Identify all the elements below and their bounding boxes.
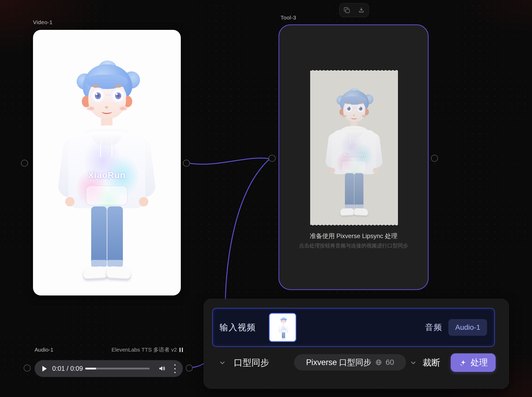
- lipsync-tool-panel: 输入视频 XiaoRun 音频: [204, 299, 509, 389]
- model-selector[interactable]: Pixverse 口型同步 60: [294, 354, 406, 371]
- process-button-label: 处理: [471, 357, 488, 368]
- audio1-player[interactable]: 0:01 / 0:09: [35, 360, 183, 377]
- pause-icon[interactable]: [179, 348, 183, 352]
- kebab-menu-icon[interactable]: [173, 364, 176, 373]
- tool3-node[interactable]: XiaoRun 准备使用 Pixverse Lipsync 处理 点击处理按钮将…: [278, 24, 429, 290]
- hoodie-text: XiaoRun: [68, 170, 145, 180]
- edge-video1-to-tool3: [190, 158, 269, 164]
- tool3-status-subtitle: 点击处理按钮将音频与连接的视频进行口型同步: [279, 242, 428, 249]
- canvas-toolbar: [339, 3, 369, 17]
- hoodie-text: XiaoRun: [331, 152, 376, 158]
- model-name: Pixverse 口型同步: [306, 357, 371, 368]
- character-illustration-preview: XiaoRun: [311, 70, 398, 225]
- character-illustration: XiaoRun: [33, 30, 181, 295]
- input-video-thumbnail[interactable]: XiaoRun: [269, 313, 296, 342]
- trim-section-label[interactable]: 裁断: [423, 357, 440, 369]
- audio1-source: ElevenLabs TTS 多语者 v2: [111, 346, 183, 353]
- process-button[interactable]: 处理: [451, 353, 496, 372]
- audio1-source-label: ElevenLabs TTS 多语者 v2: [111, 346, 177, 353]
- copy-button[interactable]: [343, 7, 350, 14]
- hoodie-text: XiaoRun: [280, 329, 287, 330]
- port-tool3-input[interactable]: [269, 155, 276, 162]
- globe-icon: [375, 359, 382, 366]
- lipsync-section-chevron-down-icon[interactable]: [219, 359, 226, 366]
- tool3-status-title: 准备使用 Pixverse Lipsync 处理: [279, 232, 428, 240]
- port-video1-output[interactable]: [183, 160, 190, 167]
- download-button[interactable]: [358, 7, 365, 14]
- character-illustration-thumb: XiaoRun: [276, 314, 296, 342]
- play-icon[interactable]: [42, 366, 47, 372]
- audio1-node-header: Audio-1 ElevenLabs TTS 多语者 v2: [35, 346, 183, 353]
- audio-source-badge-label: Audio-1: [455, 323, 480, 332]
- trim-section-chevron-down-icon[interactable]: [410, 359, 417, 366]
- player-time: 0:01 / 0:09: [52, 365, 83, 372]
- audio1-node-label: Audio-1: [35, 347, 53, 353]
- tool3-node-label: Tool-3: [281, 15, 296, 21]
- lipsync-section-label[interactable]: 口型同步: [234, 357, 269, 369]
- sparkles-icon: [459, 359, 467, 367]
- model-credits: 60: [386, 358, 394, 367]
- player-progress-track[interactable]: [85, 368, 150, 369]
- port-video1-input[interactable]: [21, 160, 28, 167]
- copy-icon: [344, 7, 350, 13]
- download-icon: [358, 7, 365, 14]
- tool3-video-preview: XiaoRun: [310, 70, 398, 225]
- video1-node[interactable]: XiaoRun: [33, 30, 181, 295]
- input-video-label: 输入视频: [220, 322, 256, 333]
- input-video-row: 输入视频 XiaoRun 音频: [212, 308, 495, 347]
- audio-field-label: 音频: [425, 322, 442, 333]
- port-tool3-output[interactable]: [431, 155, 438, 162]
- panel-controls-row: 口型同步 Pixverse 口型同步 60 裁断: [204, 353, 509, 374]
- node-canvas[interactable]: Video-1 XiaoRun Tool-3: [0, 0, 532, 397]
- port-audio1-output[interactable]: [186, 365, 193, 372]
- volume-icon[interactable]: [158, 365, 166, 372]
- port-audio1-input[interactable]: [24, 365, 31, 372]
- video1-node-label: Video-1: [33, 19, 53, 25]
- player-progress-fill: [85, 368, 96, 369]
- audio-source-badge[interactable]: Audio-1: [448, 319, 487, 336]
